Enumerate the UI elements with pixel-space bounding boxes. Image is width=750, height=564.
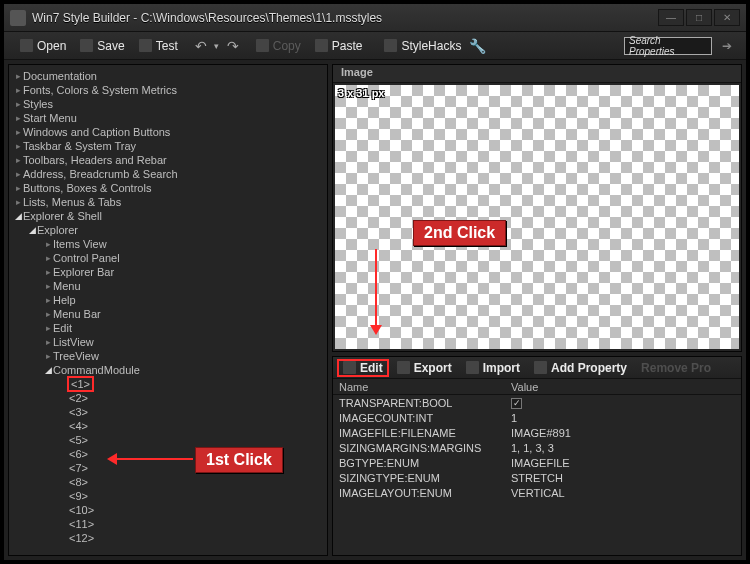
dropdown-history[interactable]: ▾ [210,41,224,51]
tree-arrow-icon[interactable]: ▸ [13,169,23,179]
tree-arrow-icon[interactable]: ▸ [43,281,53,291]
tree-arrow-icon[interactable]: ◢ [27,225,37,235]
tree-item[interactable]: <11> [9,517,327,531]
tree-arrow-icon[interactable]: ▸ [43,351,53,361]
tree-item[interactable]: <3> [9,405,327,419]
add-property-button[interactable]: Add Property [528,360,633,376]
save-button[interactable]: Save [74,36,130,56]
tree-label: TreeView [53,350,99,362]
checkbox-icon[interactable]: ✓ [511,398,522,409]
tree-item[interactable]: <12> [9,531,327,545]
tree-item[interactable]: ▸TreeView [9,349,327,363]
tree-item[interactable]: ▸Toolbars, Headers and Rebar [9,153,327,167]
col-value[interactable]: Value [505,381,741,393]
tree-arrow-icon[interactable]: ▸ [13,141,23,151]
open-button[interactable]: Open [14,36,72,56]
image-preview-canvas[interactable]: 3 x 31 px [335,85,739,349]
tree-item[interactable]: ▸Menu [9,279,327,293]
tree-item[interactable]: ▸Edit [9,321,327,335]
tree-arrow-icon[interactable]: ▸ [13,155,23,165]
tree-arrow-icon[interactable]: ▸ [43,309,53,319]
property-value: VERTICAL [505,487,741,499]
tree-item[interactable]: <5> [9,433,327,447]
titlebar[interactable]: Win7 Style Builder - C:\Windows\Resource… [4,4,746,32]
maximize-button[interactable]: □ [686,9,712,26]
export-button[interactable]: Export [391,360,458,376]
wrench-icon[interactable]: 🔧 [469,38,483,54]
tree-item[interactable]: ▸Explorer Bar [9,265,327,279]
tree-item[interactable]: ▸Documentation [9,69,327,83]
tree-item[interactable]: ▸Menu Bar [9,307,327,321]
edit-button[interactable]: Edit [337,359,389,377]
col-name[interactable]: Name [333,381,505,393]
tree-label: Help [53,294,76,306]
search-go-icon[interactable]: ➔ [718,37,736,55]
property-row[interactable]: TRANSPARENT:BOOL✓ [333,395,741,410]
tree-arrow-icon[interactable]: ▸ [13,85,23,95]
forward-button[interactable]: ↷ [226,38,240,54]
tree-arrow-icon[interactable]: ▸ [13,127,23,137]
save-icon [80,39,93,52]
remove-property-button[interactable]: Remove Pro [635,360,717,376]
tree-arrow-icon[interactable]: ▸ [43,295,53,305]
tree-arrow-icon[interactable]: ▸ [43,239,53,249]
properties-list: TRANSPARENT:BOOL✓IMAGECOUNT:INT1IMAGEFIL… [333,395,741,555]
tree-arrow-icon[interactable]: ◢ [43,365,53,375]
close-button[interactable]: ✕ [714,9,740,26]
tree-item[interactable]: ▸Styles [9,97,327,111]
property-value: 1, 1, 3, 3 [505,442,741,454]
tree-arrow-icon[interactable]: ▸ [43,323,53,333]
back-button[interactable]: ↶ [194,38,208,54]
stylehacks-button[interactable]: StyleHacks [378,36,467,56]
tree-arrow-icon[interactable]: ▸ [13,71,23,81]
tree-arrow-icon[interactable]: ▸ [13,99,23,109]
tree-item[interactable]: ▸Start Menu [9,111,327,125]
tree-item-explorer-shell[interactable]: ◢Explorer & Shell [9,209,327,223]
tree-panel: ▸Documentation▸Fonts, Colors & System Me… [8,64,328,556]
property-row[interactable]: IMAGECOUNT:INT1 [333,410,741,425]
tree-arrow-icon[interactable]: ▸ [43,253,53,263]
tree-item[interactable]: <10> [9,503,327,517]
tree-label: Address, Breadcrumb & Search [23,168,178,180]
tree-arrow-icon[interactable]: ◢ [13,211,23,221]
paste-icon [315,39,328,52]
search-input[interactable]: Search Properties [624,37,712,55]
property-row[interactable]: SIZINGMARGINS:MARGINS1, 1, 3, 3 [333,440,741,455]
tree-item[interactable]: <2> [9,391,327,405]
properties-header: Name Value [333,379,741,395]
tree-item[interactable]: ▸Control Panel [9,251,327,265]
tree-item[interactable]: ▸Windows and Caption Buttons [9,125,327,139]
tree-arrow-icon[interactable]: ▸ [43,267,53,277]
tree-arrow-icon[interactable]: ▸ [13,183,23,193]
tree-item[interactable]: ▸Address, Breadcrumb & Search [9,167,327,181]
tree-item[interactable]: <9> [9,489,327,503]
tree-item[interactable]: ▸Buttons, Boxes & Controls [9,181,327,195]
tree-arrow-icon[interactable]: ▸ [43,337,53,347]
property-row[interactable]: BGTYPE:ENUMIMAGEFILE [333,455,741,470]
copy-button[interactable]: Copy [250,36,307,56]
tree-arrow-icon[interactable]: ▸ [13,113,23,123]
paste-button[interactable]: Paste [309,36,369,56]
minimize-button[interactable]: — [658,9,684,26]
tree-item[interactable]: <8> [9,475,327,489]
property-row[interactable]: SIZINGTYPE:ENUMSTRETCH [333,470,741,485]
tree-item-explorer[interactable]: ◢Explorer [9,223,327,237]
tree-item-commandmodule[interactable]: ◢CommandModule [9,363,327,377]
property-name: BGTYPE:ENUM [333,457,505,469]
property-row[interactable]: IMAGELAYOUT:ENUMVERTICAL [333,485,741,500]
import-button[interactable]: Import [460,360,526,376]
tree-item[interactable]: ▸Help [9,293,327,307]
tree-item-selected[interactable]: <1> [9,377,327,391]
tree-item[interactable]: ▸Taskbar & System Tray [9,139,327,153]
tree-item[interactable]: ▸Lists, Menus & Tabs [9,195,327,209]
tree-item[interactable]: ▸Items View [9,237,327,251]
property-row[interactable]: IMAGEFILE:FILENAMEIMAGE#891 [333,425,741,440]
tree-item[interactable]: <4> [9,419,327,433]
test-button[interactable]: Test [133,36,184,56]
property-name: TRANSPARENT:BOOL [333,397,505,409]
tree-item[interactable]: ▸Fonts, Colors & System Metrics [9,83,327,97]
tree-arrow-icon[interactable]: ▸ [13,197,23,207]
tree-item[interactable]: ▸ListView [9,335,327,349]
test-icon [139,39,152,52]
property-value: IMAGEFILE [505,457,741,469]
